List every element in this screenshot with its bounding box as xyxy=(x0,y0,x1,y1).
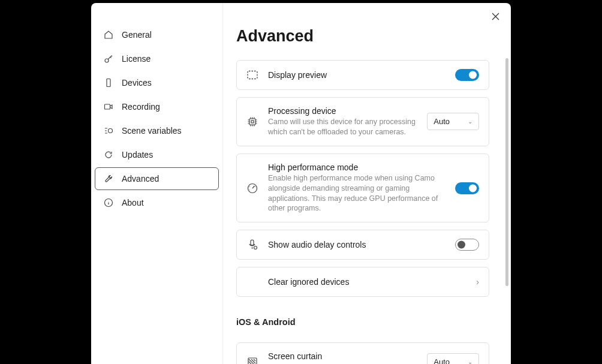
toggle-knob xyxy=(469,71,477,79)
settings-dialog: General License Devices Recording Scene … xyxy=(91,3,511,364)
camera-icon xyxy=(104,102,113,112)
setting-audio-delay: Show audio delay controls xyxy=(236,230,489,260)
mic-settings-icon xyxy=(246,239,258,251)
sidebar: General License Devices Recording Scene … xyxy=(91,3,223,364)
svg-rect-9 xyxy=(251,240,254,245)
sidebar-item-updates[interactable]: Updates xyxy=(95,143,219,166)
sidebar-item-about[interactable]: About xyxy=(95,191,219,214)
setting-title: Show audio delay controls xyxy=(268,240,446,249)
setting-processing-device: Processing device Camo will use this dev… xyxy=(236,97,489,146)
setting-high-performance: High performance mode Enable high perfor… xyxy=(236,154,489,223)
toggle-knob xyxy=(457,241,465,249)
svg-rect-1 xyxy=(107,79,110,87)
high-performance-toggle[interactable] xyxy=(455,182,479,194)
setting-title: Display preview xyxy=(268,70,446,80)
processing-device-select[interactable]: Auto ⌄ xyxy=(427,113,479,130)
cpu-icon xyxy=(246,116,258,128)
setting-screen-curtain: Screen curtain Automatically dim the pho… xyxy=(236,342,489,364)
setting-title: Clear ignored devices xyxy=(268,277,466,287)
svg-point-3 xyxy=(109,129,113,133)
phone-icon xyxy=(104,78,113,88)
setting-title: High performance mode xyxy=(268,163,446,172)
display-preview-toggle[interactable] xyxy=(455,69,479,81)
setting-display-preview: Display preview xyxy=(236,60,489,90)
svg-rect-7 xyxy=(251,121,254,123)
sidebar-item-label: Recording xyxy=(122,102,160,112)
sidebar-item-label: About xyxy=(122,198,144,207)
setting-title: Processing device xyxy=(268,106,417,116)
display-preview-icon xyxy=(246,69,258,81)
svg-point-10 xyxy=(254,246,257,249)
toggle-knob xyxy=(469,184,477,192)
setting-desc: Camo will use this device for any proces… xyxy=(268,117,417,137)
wrench-icon xyxy=(104,174,113,183)
setting-title: Screen curtain xyxy=(268,351,417,361)
setting-desc: Enable high performance mode when using … xyxy=(268,173,446,214)
setting-clear-ignored-devices[interactable]: Clear ignored devices › xyxy=(236,267,489,297)
sidebar-item-label: Devices xyxy=(122,78,152,88)
sidebar-item-general[interactable]: General xyxy=(95,23,219,46)
chevron-down-icon: ⌄ xyxy=(468,359,472,364)
svg-rect-5 xyxy=(248,71,257,79)
main-content: Advanced Display preview Processing d xyxy=(223,3,511,364)
settings-list: Display preview Processing device Camo w… xyxy=(236,60,496,364)
sidebar-item-label: Updates xyxy=(122,150,153,160)
svg-rect-2 xyxy=(105,104,110,109)
gauge-icon xyxy=(246,182,258,194)
sidebar-item-advanced[interactable]: Advanced xyxy=(95,167,219,190)
sidebar-item-label: Scene variables xyxy=(122,126,182,136)
chevron-right-icon: › xyxy=(476,277,479,287)
sidebar-item-label: License xyxy=(122,54,150,64)
sidebar-item-label: General xyxy=(122,30,152,40)
select-value: Auto xyxy=(434,117,450,126)
sidebar-item-scene-variables[interactable]: Scene variables xyxy=(95,119,219,142)
sidebar-item-label: Advanced xyxy=(122,174,159,183)
svg-rect-6 xyxy=(249,119,255,125)
home-icon xyxy=(104,30,113,40)
info-icon xyxy=(104,198,113,207)
page-title: Advanced xyxy=(236,27,496,46)
sidebar-item-recording[interactable]: Recording xyxy=(95,95,219,118)
sidebar-item-devices[interactable]: Devices xyxy=(95,71,219,94)
select-value: Auto xyxy=(434,357,450,364)
screen-curtain-icon xyxy=(246,356,258,364)
key-icon xyxy=(104,54,113,64)
chevron-down-icon: ⌄ xyxy=(468,118,472,125)
refresh-icon xyxy=(104,150,113,160)
screen-curtain-select[interactable]: Auto ⌄ xyxy=(427,353,479,364)
section-header-mobile: iOS & Android xyxy=(236,317,489,327)
audio-delay-toggle[interactable] xyxy=(455,239,479,251)
variables-icon xyxy=(104,126,113,136)
scrollbar[interactable] xyxy=(505,58,508,286)
sidebar-item-license[interactable]: License xyxy=(95,47,219,70)
